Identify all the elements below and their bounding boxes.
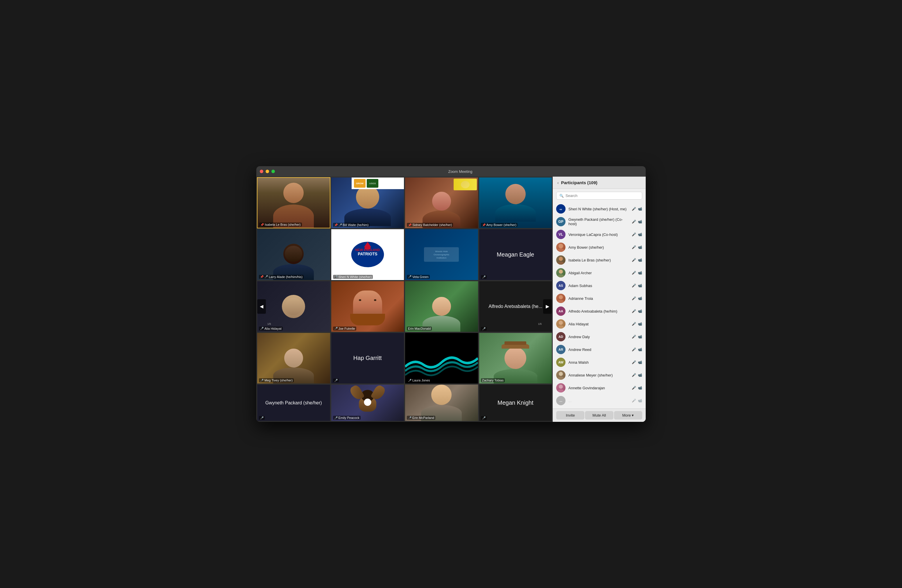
- participant-icons-ag: 🎤 📹: [632, 386, 642, 390]
- participant-item-snw[interactable]: NE Sheri N White (she/her) (Host, me) 🎤 …: [553, 202, 646, 215]
- participant-item-ar[interactable]: AR Andrew Reed 🎤 📹: [553, 343, 646, 356]
- name-tag-sheri: 🎤 Sheri N White (she/her): [333, 275, 373, 279]
- video-cell-amy[interactable]: 📌 Amy Bower (she/her): [479, 177, 553, 228]
- name-tag-isabela: 📌 Isabela Le Bras (she/her): [259, 222, 302, 227]
- name-tag-sidney: 📌 Sidney Batchelder (she/her): [407, 223, 453, 227]
- participants-list: NE Sheri N White (she/her) (Host, me) 🎤 …: [553, 202, 646, 408]
- video-cell-alia[interactable]: ◀ 1/6 🎤 Alia Hidayat: [257, 281, 330, 332]
- svg-point-16: [559, 321, 563, 325]
- video-name-alfredo: Alfredo Aretxabaleta (he...: [489, 304, 542, 309]
- participant-icons-ar: 🎤 📹: [632, 347, 642, 352]
- participant-item-gp[interactable]: GP Gwyneth Packard (she/her) (Co-host) 🎤…: [553, 215, 646, 228]
- svg-point-21: [557, 389, 564, 393]
- name-tag-alia: 🎤 Alia Hidayat: [259, 327, 283, 331]
- sidebar-footer: Invite Mute All More ▾: [553, 408, 646, 422]
- video-cell-gwyneth[interactable]: Gwyneth Packard (she/her) 🎤: [257, 384, 330, 421]
- main-content: 📌 Isabela Le Bras (she/her) GROW USGS 📌 …: [256, 177, 646, 422]
- minimize-button[interactable]: [266, 170, 269, 173]
- window-controls: [260, 170, 275, 173]
- participant-icons-ah: 🎤 📹: [632, 322, 642, 326]
- participant-icons-ad: 🎤 📹: [632, 335, 642, 339]
- svg-point-14: [559, 295, 563, 299]
- participant-name-ab: Amy Bower (she/her): [568, 245, 629, 250]
- close-button[interactable]: [260, 170, 263, 173]
- more-button[interactable]: More ▾: [614, 411, 642, 419]
- participant-name-as: Adam Subhas: [568, 283, 629, 288]
- participant-item-ag[interactable]: Annette Govindarajan 🎤 📹: [553, 382, 646, 394]
- video-cell-sidney[interactable]: 📌 Sidney Batchelder (she/her): [405, 177, 478, 228]
- name-tag-joe: 🎤 Joe Futrelle: [333, 327, 356, 331]
- video-cell-laura[interactable]: 🎤 Laura Jones: [405, 333, 478, 384]
- video-cell-hap[interactable]: Hap Garritt 🎤: [331, 333, 404, 384]
- video-cell-isabela[interactable]: 📌 Isabela Le Bras (she/her): [257, 177, 330, 228]
- participant-item-aw[interactable]: AW Anna Walsh 🎤 📹: [553, 356, 646, 369]
- search-icon: 🔍: [559, 194, 564, 198]
- participant-icons-aba: 🎤 📹: [632, 271, 642, 275]
- participant-item-ad[interactable]: AD Andrew Daly 🎤 📹: [553, 330, 646, 343]
- name-tag-larry: 📌 🎤 Larry Alade (he/him/his): [259, 275, 304, 279]
- name-tag-meg: 🎤 Meg Tivey (she/her): [259, 378, 294, 382]
- mic-active-icon: 🎤: [632, 258, 636, 262]
- prev-page-button[interactable]: ◀: [257, 299, 266, 314]
- video-cell-meagan[interactable]: Meagan Eagle 🎤: [479, 229, 553, 280]
- search-box[interactable]: 🔍: [556, 192, 642, 200]
- mic-muted-icon: 🎤: [632, 207, 636, 211]
- svg-point-13: [557, 274, 564, 277]
- participant-icons-am: 🎤 📹: [632, 373, 642, 377]
- cam-active-icon: 📹: [638, 245, 642, 249]
- participant-icons-ab: 🎤 📹: [632, 245, 642, 249]
- svg-text:NE: NE: [560, 209, 562, 210]
- participant-item-aba[interactable]: Abigail Archer 🎤 📹: [553, 266, 646, 279]
- participant-name-more: ...: [568, 399, 629, 403]
- svg-point-9: [557, 249, 564, 252]
- video-cell-veta[interactable]: Woods HoleOceanographicInstitution 🎤 Vet…: [405, 229, 478, 280]
- participant-item-at[interactable]: Adrianne Troia 🎤 📹: [553, 292, 646, 305]
- name-tag-gwyneth: 🎤: [259, 416, 265, 420]
- video-cell-erin[interactable]: Erin MacDonald: [405, 281, 478, 332]
- participant-item-ab[interactable]: Amy Bower (she/her) 🎤 📹: [553, 241, 646, 253]
- invite-button[interactable]: Invite: [556, 411, 584, 419]
- participant-icons-vl: 🎤 📹: [632, 232, 642, 236]
- participant-name-vl: Veronique LaCapra (Co-host): [568, 232, 629, 237]
- participant-name-gp: Gwyneth Packard (she/her) (Co-host): [568, 217, 629, 226]
- video-cell-megan[interactable]: Megan Knight 🎤: [479, 384, 553, 421]
- participant-item-more[interactable]: ... ... 🎤 📹: [553, 394, 646, 407]
- maximize-button[interactable]: [271, 170, 275, 173]
- video-cell-zachary[interactable]: Zachary Tobias: [479, 333, 553, 384]
- video-cell-bill[interactable]: GROW USGS 📌 🎤 Bill Waite (he/him): [331, 177, 404, 228]
- titlebar: Zoom Meeting: [256, 166, 646, 177]
- search-input[interactable]: [565, 194, 639, 198]
- participant-item-as[interactable]: AS Adam Subhas 🎤 📹: [553, 279, 646, 292]
- mic-icon: 🎤: [632, 220, 636, 224]
- video-cell-sheri[interactable]: NEW ENGLAND PATRIOTS 🎤 Sheri N White (sh…: [331, 229, 404, 280]
- video-cell-erin2[interactable]: 🎤 Erin McParland: [405, 384, 478, 421]
- svg-text:PATRIOTS: PATRIOTS: [358, 252, 377, 256]
- participant-item-aa[interactable]: AA Alfredo Aretxabaleta (he/him) 🎤 📹: [553, 305, 646, 317]
- svg-rect-4: [365, 247, 371, 250]
- video-cell-meg[interactable]: 🎤 Meg Tivey (she/her): [257, 333, 330, 384]
- mute-all-button[interactable]: Mute All: [585, 411, 613, 419]
- participant-item-am[interactable]: Annaliese Meyer (she/her) 🎤 📹: [553, 369, 646, 382]
- video-cell-larry[interactable]: 📌 🎤 Larry Alade (he/him/his): [257, 229, 330, 280]
- participant-name-ah: Alia Hidayat: [568, 322, 629, 326]
- next-page-button[interactable]: ▶: [543, 299, 552, 314]
- video-cell-alfredo[interactable]: Alfredo Aretxabaleta (he... ▶ 1/6 🎤: [479, 281, 553, 332]
- participant-icons-snw: 🎤 📹: [632, 207, 642, 211]
- collapse-icon[interactable]: ‹: [557, 180, 559, 185]
- cam-icon: 📹: [638, 220, 642, 224]
- name-tag-erin2: 🎤 Erin McParland: [407, 416, 435, 420]
- name-tag-meagan: 🎤: [481, 275, 487, 279]
- name-tag-erin: Erin MacDonald: [407, 327, 432, 331]
- participant-item-ilb[interactable]: Isabela Le Bras (she/her) 🎤 📹: [553, 253, 646, 266]
- participant-item-ah[interactable]: Alia Hidayat 🎤 📹: [553, 317, 646, 330]
- name-tag-zachary: Zachary Tobias: [481, 378, 505, 382]
- mic-active-icon: 🎤: [632, 245, 636, 249]
- window-title: Zoom Meeting: [279, 169, 642, 174]
- participant-item-vl[interactable]: VL Veronique LaCapra (Co-host) 🎤 📹: [553, 228, 646, 241]
- participants-title: Participants (109): [561, 180, 597, 185]
- participant-name-am: Annaliese Meyer (she/her): [568, 373, 629, 377]
- name-tag-hap: 🎤: [333, 378, 339, 382]
- video-cell-emily[interactable]: 🎤 Emily Peacock: [331, 384, 404, 421]
- video-cell-joe[interactable]: 🎤 Joe Futrelle: [331, 281, 404, 332]
- cam-icon: 📹: [638, 232, 642, 236]
